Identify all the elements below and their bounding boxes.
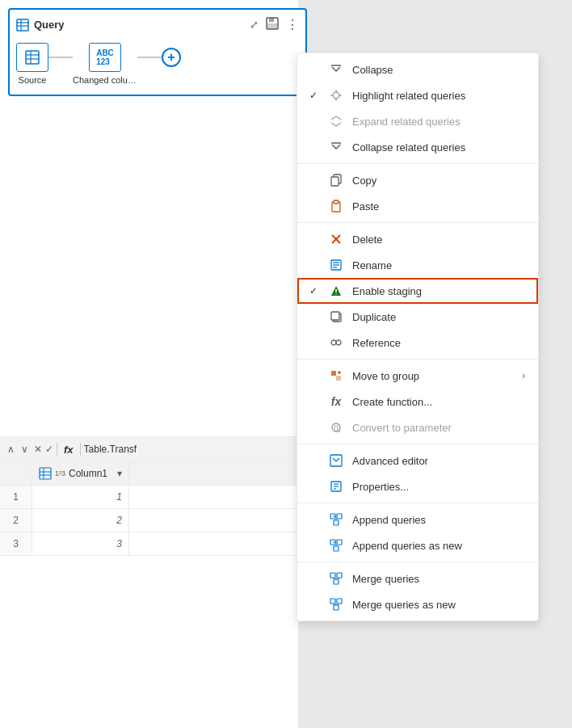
query-title: Query [16, 19, 65, 32]
svg-rect-40 [336, 376, 341, 381]
menu-item-delete[interactable]: Delete [297, 226, 538, 252]
svg-rect-6 [267, 23, 277, 29]
svg-rect-0 [17, 19, 28, 31]
menu-item-duplicate[interactable]: Duplicate [297, 304, 538, 330]
menu-label-expand: Expand related queries [352, 116, 525, 128]
menu-item-move-to-group[interactable]: Move to group› [297, 363, 538, 389]
svg-point-34 [335, 293, 337, 295]
menu-label-append-queries: Append queries [352, 514, 525, 526]
menu-label-collapse: Collapse [352, 64, 525, 76]
menu-icon-collapse [328, 139, 344, 155]
svg-rect-65 [330, 599, 335, 604]
col-type-label: 1²3 [55, 469, 65, 478]
svg-point-16 [333, 92, 339, 99]
menu-label-append-new: Append queries as new [352, 540, 525, 552]
row-num-header [0, 462, 32, 485]
changed-column-icon-box: ABC123 [89, 43, 121, 72]
menu-item-copy[interactable]: Copy [297, 167, 538, 193]
grid-header: 1²3 Column1 ▾ [0, 462, 299, 486]
add-step-button[interactable]: + [162, 48, 181, 67]
cell-1-1[interactable]: 1 [32, 486, 129, 508]
svg-rect-60 [330, 573, 335, 578]
source-step[interactable]: Source [16, 43, 48, 85]
svg-rect-25 [334, 200, 339, 204]
menu-item-collapse-related[interactable]: Collapse related queries [297, 134, 538, 160]
data-grid: 1²3 Column1 ▾ 1 1 2 2 3 3 [0, 462, 299, 556]
menu-item-merge-queries[interactable]: Merge queries [297, 566, 538, 591]
menu-item-append-new[interactable]: Append queries as new [297, 532, 538, 558]
menu-label-merge-queries: Merge queries [352, 573, 525, 585]
menu-item-highlight[interactable]: ✓Highlight related queries [297, 82, 538, 108]
menu-label-duplicate: Duplicate [352, 311, 525, 323]
menu-icon-paste [328, 198, 344, 214]
query-panel: Query ⤢ ⋮ [8, 8, 307, 96]
formula-divider [57, 443, 57, 456]
menu-separator-after-append-new [297, 562, 538, 562]
menu-separator-after-convert-param [297, 444, 538, 444]
step-connector-2 [137, 57, 162, 58]
menu-icon-collapse [328, 61, 344, 78]
expand-icon[interactable]: ⤢ [250, 19, 259, 31]
menu-label-highlight: Highlight related queries [352, 90, 525, 102]
nav-up[interactable]: ∧ [5, 442, 17, 457]
menu-separator-after-reference [297, 359, 538, 360]
svg-rect-56 [337, 540, 342, 545]
svg-line-45 [336, 458, 339, 461]
menu-icon-advanced [328, 452, 344, 469]
menu-item-merge-new[interactable]: Merge queries as new [297, 591, 538, 617]
menu-label-collapse-related: Collapse related queries [352, 141, 525, 154]
more-icon[interactable]: ⋮ [286, 17, 299, 32]
save-icon[interactable] [265, 16, 280, 33]
source-label: Source [19, 75, 47, 85]
formula-nav: ∧ ∨ [5, 442, 31, 457]
column1-header[interactable]: 1²3 Column1 ▾ [32, 462, 129, 485]
svg-rect-7 [26, 51, 39, 64]
col-dropdown-icon[interactable]: ▾ [117, 468, 122, 479]
svg-rect-51 [337, 514, 342, 519]
menu-item-reference[interactable]: Reference [297, 330, 538, 356]
menu-arrow-move-to-group: › [522, 370, 525, 381]
row-num-2: 2 [0, 509, 32, 532]
formula-cancel[interactable]: ✕ [34, 444, 42, 455]
cell-3-1[interactable]: 3 [32, 532, 129, 555]
svg-rect-52 [334, 520, 339, 525]
svg-line-44 [333, 458, 336, 461]
formula-expression[interactable]: Table.Transf [84, 444, 294, 455]
menu-label-properties: Properties... [352, 481, 525, 493]
cell-2-1[interactable]: 2 [32, 509, 129, 532]
menu-item-advanced-editor[interactable]: Advanced editor [297, 448, 538, 473]
menu-label-move-to-group: Move to group [352, 370, 514, 382]
formula-confirm[interactable]: ✓ [45, 444, 53, 455]
menu-item-collapse[interactable]: Collapse [297, 57, 538, 82]
menu-item-rename[interactable]: Rename [297, 252, 538, 278]
menu-checkmark-highlight: ✓ [307, 90, 320, 101]
svg-rect-23 [331, 177, 339, 186]
svg-text:{}]: {}] [334, 424, 341, 432]
svg-rect-67 [334, 605, 339, 610]
menu-label-reference: Reference [352, 337, 525, 349]
menu-item-convert-param: {}]Convert to parameter [297, 414, 538, 440]
menu-item-paste[interactable]: Paste [297, 193, 538, 219]
changed-column-step[interactable]: ABC123 Changed column... [73, 43, 137, 85]
menu-label-create-function: Create function... [352, 396, 525, 408]
menu-item-create-function[interactable]: fxCreate function... [297, 389, 538, 414]
svg-point-37 [331, 340, 336, 345]
row-num-3: 3 [0, 532, 32, 555]
svg-rect-39 [331, 371, 336, 376]
menu-icon-expand [328, 113, 344, 129]
menu-icon-duplicate [328, 309, 344, 325]
svg-rect-5 [269, 18, 274, 22]
menu-item-properties[interactable]: Properties... [297, 473, 538, 499]
menu-label-paste: Paste [352, 200, 525, 213]
svg-rect-61 [337, 573, 342, 578]
table-row: 2 2 [0, 509, 299, 532]
menu-item-enable-staging[interactable]: ✓Enable staging [297, 278, 538, 304]
nav-down[interactable]: ∨ [19, 442, 31, 457]
menu-label-rename: Rename [352, 259, 525, 271]
menu-icon-merge [328, 570, 344, 587]
query-header: Query ⤢ ⋮ [16, 16, 299, 33]
menu-icon-highlight [328, 87, 344, 103]
menu-item-append-queries[interactable]: Append queries [297, 507, 538, 532]
menu-icon-append [328, 537, 344, 553]
menu-label-delete: Delete [352, 234, 525, 246]
